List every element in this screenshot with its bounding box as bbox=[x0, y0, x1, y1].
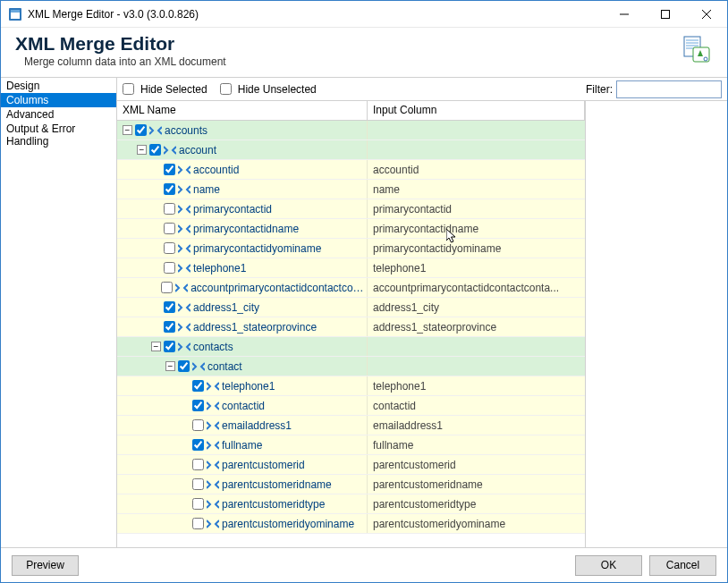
tree-cell-name[interactable]: address1_stateorprovince bbox=[117, 317, 368, 336]
tree-cell-name[interactable]: address1_city bbox=[117, 298, 368, 317]
tree-cell-name[interactable]: −account bbox=[117, 140, 368, 159]
row-checkbox[interactable] bbox=[192, 439, 204, 451]
tree-row[interactable]: telephone1telephone1 bbox=[117, 376, 585, 396]
row-checkbox[interactable] bbox=[192, 518, 204, 529]
tree-row[interactable]: −contacts bbox=[117, 337, 585, 357]
tree-cell-name[interactable]: primarycontactid bbox=[117, 199, 368, 218]
tree-cell-name[interactable]: −accounts bbox=[117, 121, 368, 139]
tree-row[interactable]: telephone1telephone1 bbox=[117, 258, 585, 278]
tree-cell-input[interactable]: parentcustomeridtype bbox=[368, 498, 585, 511]
tree-cell-name[interactable]: telephone1 bbox=[117, 258, 368, 277]
row-checkbox[interactable] bbox=[164, 183, 175, 195]
tree-row[interactable]: −accounts bbox=[117, 121, 585, 140]
tree-cell-input[interactable]: accountprimarycontactidcontactconta... bbox=[368, 282, 585, 294]
tree-cell-input[interactable]: parentcustomeridyominame bbox=[368, 518, 585, 530]
tree-cell-input[interactable]: telephone1 bbox=[368, 380, 585, 393]
tree-cell-input[interactable]: primarycontactid bbox=[368, 203, 585, 215]
tree-cell-name[interactable]: primarycontactidname bbox=[117, 219, 368, 238]
row-checkbox[interactable] bbox=[164, 242, 175, 254]
row-checkbox[interactable] bbox=[192, 459, 204, 470]
tree-row[interactable]: accountidaccountid bbox=[117, 160, 585, 180]
cancel-button[interactable]: Cancel bbox=[649, 555, 716, 576]
tree-cell-name[interactable]: accountprimarycontactidcontactconta... bbox=[117, 278, 368, 297]
expander-icon[interactable]: − bbox=[165, 361, 175, 371]
tree-cell-name[interactable]: −contact bbox=[117, 357, 368, 376]
row-checkbox[interactable] bbox=[192, 498, 204, 510]
tree-row[interactable]: −account bbox=[117, 140, 585, 160]
maximize-button[interactable] bbox=[645, 1, 686, 28]
hide-unselected-checkbox[interactable] bbox=[220, 83, 232, 95]
tree-row[interactable]: address1_stateorprovinceaddress1_stateor… bbox=[117, 317, 585, 337]
tree-cell-input[interactable]: telephone1 bbox=[368, 262, 585, 275]
row-checkbox[interactable] bbox=[149, 144, 161, 156]
tree-cell-input[interactable]: fullname bbox=[368, 439, 585, 452]
sidebar-item-advanced[interactable]: Advanced bbox=[1, 107, 116, 122]
ok-button[interactable]: OK bbox=[575, 555, 642, 576]
row-checkbox[interactable] bbox=[178, 360, 190, 372]
tree-cell-input[interactable]: parentcustomeridname bbox=[368, 478, 585, 491]
tree-cell-input[interactable]: accountid bbox=[368, 164, 585, 176]
row-checkbox[interactable] bbox=[164, 321, 175, 333]
row-checkbox[interactable] bbox=[192, 380, 204, 392]
row-checkbox[interactable] bbox=[164, 301, 175, 313]
hide-unselected-option[interactable]: Hide Unselected bbox=[220, 83, 317, 96]
tree-cell-name[interactable]: name bbox=[117, 180, 368, 199]
tree-row[interactable]: emailaddress1emailaddress1 bbox=[117, 416, 585, 435]
sidebar-item-design[interactable]: Design bbox=[1, 79, 116, 93]
tree-cell-name[interactable]: −contacts bbox=[117, 337, 368, 356]
sidebar-item-output-error-handling[interactable]: Output & Error Handling bbox=[1, 122, 116, 148]
tree-row[interactable]: contactidcontactid bbox=[117, 396, 585, 416]
tree-row[interactable]: parentcustomeridnameparentcustomeridname bbox=[117, 475, 585, 494]
column-header-xml-name[interactable]: XML Name bbox=[117, 101, 368, 120]
tree-row[interactable]: parentcustomeridparentcustomerid bbox=[117, 455, 585, 475]
tree-cell-name[interactable]: fullname bbox=[117, 435, 368, 454]
column-header-input-column[interactable]: Input Column bbox=[368, 101, 585, 120]
tree-cell-input[interactable]: contactid bbox=[368, 400, 585, 412]
row-checkbox[interactable] bbox=[161, 282, 173, 293]
tree-row[interactable]: accountprimarycontactidcontactconta...ac… bbox=[117, 278, 585, 298]
tree-cell-name[interactable]: primarycontactidyominame bbox=[117, 239, 368, 258]
expander-icon[interactable]: − bbox=[137, 145, 147, 155]
tree-cell-input[interactable]: primarycontactidyominame bbox=[368, 242, 585, 255]
tree-cell-input[interactable]: address1_stateorprovince bbox=[368, 321, 585, 334]
row-checkbox[interactable] bbox=[164, 164, 175, 175]
tree-row[interactable]: primarycontactidyominameprimarycontactid… bbox=[117, 239, 585, 258]
row-checkbox[interactable] bbox=[135, 124, 147, 136]
tree-row[interactable]: primarycontactidprimarycontactid bbox=[117, 199, 585, 219]
tree-row[interactable]: address1_cityaddress1_city bbox=[117, 298, 585, 317]
row-checkbox[interactable] bbox=[192, 419, 204, 431]
preview-button[interactable]: Preview bbox=[12, 555, 79, 576]
expander-icon[interactable]: − bbox=[123, 125, 132, 135]
tree-cell-name[interactable]: emailaddress1 bbox=[117, 416, 368, 435]
filter-input[interactable] bbox=[616, 80, 722, 98]
row-checkbox[interactable] bbox=[164, 223, 175, 234]
row-checkbox[interactable] bbox=[164, 341, 175, 352]
row-checkbox[interactable] bbox=[164, 203, 175, 215]
tree-cell-name[interactable]: parentcustomeridname bbox=[117, 475, 368, 494]
row-checkbox[interactable] bbox=[192, 478, 204, 490]
close-button[interactable] bbox=[686, 1, 727, 28]
tree-cell-input[interactable]: primarycontactidname bbox=[368, 223, 585, 235]
row-checkbox[interactable] bbox=[164, 262, 175, 274]
tree-cell-name[interactable]: accountid bbox=[117, 160, 368, 179]
tree-row[interactable]: parentcustomeridyominameparentcustomerid… bbox=[117, 514, 585, 534]
tree-row[interactable]: namename bbox=[117, 180, 585, 199]
tree-cell-input[interactable]: name bbox=[368, 183, 585, 196]
expander-icon[interactable]: − bbox=[151, 342, 161, 351]
tree-row[interactable]: parentcustomeridtypeparentcustomeridtype bbox=[117, 494, 585, 514]
tree-cell-input[interactable]: emailaddress1 bbox=[368, 419, 585, 432]
tree-cell-name[interactable]: parentcustomerid bbox=[117, 455, 368, 474]
tree-row[interactable]: primarycontactidnameprimarycontactidname bbox=[117, 219, 585, 239]
tree-cell-name[interactable]: contactid bbox=[117, 396, 368, 415]
tree-row[interactable]: fullnamefullname bbox=[117, 435, 585, 455]
tree-cell-input[interactable]: address1_city bbox=[368, 301, 585, 314]
tree-cell-name[interactable]: parentcustomeridyominame bbox=[117, 514, 368, 533]
minimize-button[interactable] bbox=[604, 1, 645, 28]
tree-row[interactable]: −contact bbox=[117, 357, 585, 376]
sidebar-item-columns[interactable]: Columns bbox=[1, 93, 116, 107]
row-checkbox[interactable] bbox=[192, 400, 204, 411]
tree-cell-name[interactable]: parentcustomeridtype bbox=[117, 494, 368, 513]
tree-cell-name[interactable]: telephone1 bbox=[117, 376, 368, 395]
hide-selected-checkbox[interactable] bbox=[123, 83, 134, 95]
tree-cell-input[interactable]: parentcustomerid bbox=[368, 459, 585, 471]
